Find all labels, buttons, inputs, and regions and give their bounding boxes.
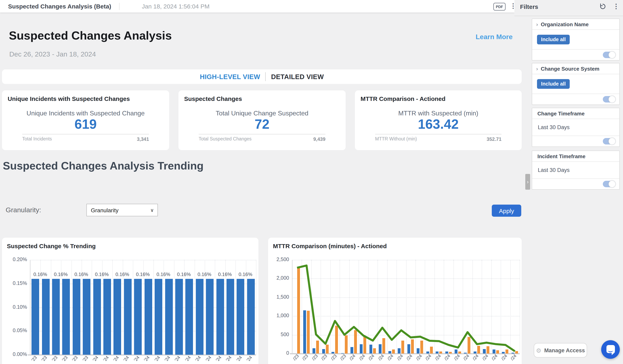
bar-data-label: 0.16% (112, 272, 133, 277)
x-axis-tick-label: /23 (292, 353, 299, 361)
top-bar: Suspected Changes Analysis (Beta) Jan 18… (0, 0, 514, 13)
filter-value-row[interactable]: Last 30 Days (532, 119, 619, 136)
bar-suspected-change-pct (31, 279, 39, 355)
kpi-card-mttr-comparison: MTTR Comparison - Actioned MTTR with Sus… (355, 90, 522, 150)
gear-icon: ⚙ (536, 347, 541, 353)
filter-toggle[interactable] (603, 138, 615, 145)
x-axis-tick-label: '24 (123, 355, 130, 362)
kpi-card-suspected-changes: Suspected Changes Total Unique Change Su… (178, 90, 346, 150)
bar-suspected-change-pct (206, 279, 214, 355)
kpi-card-unique-incidents: Unique Incidents with Suspected Changes … (2, 90, 169, 150)
filters-panel-header: Filters ⋮ (514, 0, 623, 16)
topbar-divider (119, 3, 120, 10)
bar-suspected-change-pct (52, 279, 60, 355)
y-axis-tick-label: 0.00% (6, 351, 27, 357)
x-axis-tick-label: /24 (453, 353, 461, 361)
chevron-down-icon: ∨ (150, 207, 154, 213)
panel-collapse-handle[interactable]: › (525, 174, 530, 190)
x-axis-tick-label: '24 (215, 355, 222, 362)
x-axis-tick-label: /24 (405, 353, 413, 361)
x-axis-tick-label: /24 (500, 353, 508, 361)
granularity-label: Granularity: (6, 206, 41, 214)
x-axis-tick-label: '24 (133, 355, 140, 362)
dashboard-root: Suspected Changes Analysis (Beta) Jan 18… (0, 0, 623, 364)
filter-section-header[interactable]: › Organization Name (532, 19, 619, 30)
x-axis-tick-label: /24 (349, 353, 356, 361)
chart-card-mttr-comparison: MTTR Comparison (minutes) - Actioned 2,5… (268, 238, 522, 364)
view-tabs: HIGH-LEVEL VIEW DETAILED VIEW (2, 69, 522, 84)
bar-suspected-change-pct (114, 279, 121, 355)
filter-card-incident-timeframe: Incident Timeframe Last 30 Days (532, 150, 620, 190)
x-axis-tick-label: '23 (40, 355, 48, 362)
footer-label: Total Suspected Changes (199, 136, 251, 142)
chat-bubble-button[interactable] (601, 340, 620, 359)
bar-suspected-change-pct (144, 279, 152, 355)
filter-card-change-source-system: › Change Source System Include all (532, 63, 620, 105)
bar-suspected-change-pct (165, 279, 173, 355)
filter-toggle[interactable] (603, 52, 615, 58)
bar-suspected-change-pct (247, 279, 255, 355)
y-axis-tick-label: 0 (268, 350, 289, 356)
x-axis-tick-label: '23 (51, 355, 58, 362)
filter-section-header[interactable]: Incident Timeframe (532, 151, 619, 162)
filter-toggle[interactable] (603, 181, 615, 187)
x-axis-tick-label: /24 (491, 353, 498, 361)
x-axis-tick-label: /23 (311, 353, 318, 361)
divider (375, 134, 501, 134)
filters-title: Filters (520, 3, 538, 10)
x-axis-tick-label: '24 (102, 355, 110, 362)
bar-suspected-change-pct (124, 279, 132, 355)
bar-suspected-change-pct (226, 279, 234, 355)
x-axis-tick-label: '23 (30, 355, 38, 362)
section-heading-trending: Suspected Changes Analysis Trending (3, 160, 203, 172)
chat-icon (606, 345, 615, 353)
x-axis-tick-label: /23 (320, 353, 328, 361)
include-all-button[interactable]: Include all (537, 35, 570, 44)
filter-value-row[interactable]: Last 30 Days (532, 162, 619, 179)
x-axis-tick-label: /23 (330, 353, 337, 361)
x-axis-tick-label: '24 (225, 355, 233, 362)
x-axis-tick-label: '24 (163, 355, 171, 362)
reset-filters-icon[interactable] (599, 3, 606, 10)
gridline-vertical (256, 260, 256, 355)
date-range: Dec 26, 2023 - Jan 18, 2024 (9, 50, 96, 59)
export-pdf-icon[interactable]: PDF (493, 3, 506, 10)
bar-data-label: 0.16% (194, 272, 215, 277)
x-axis-tick-label: '23 (61, 355, 68, 362)
bar-suspected-change-pct (62, 279, 70, 355)
bar-data-label: 0.16% (214, 272, 235, 277)
x-axis-tick-label: /24 (472, 353, 479, 361)
metric-value: 72 (199, 117, 325, 131)
x-axis-tick-label: '24 (235, 355, 243, 362)
combo-chart-plot: 2,5002,0001,5001,0005000/23/23/23/23/23/… (292, 260, 520, 354)
gridline-vertical (520, 260, 520, 354)
x-axis-tick-label: /24 (510, 353, 517, 361)
bar-data-label: 0.16% (91, 272, 112, 277)
filter-section-header[interactable]: › Change Source System (532, 63, 619, 74)
tab-detailed-view[interactable]: DETAILED VIEW (271, 73, 324, 81)
apply-button[interactable]: Apply (492, 205, 521, 217)
tab-high-level-view[interactable]: HIGH-LEVEL VIEW (200, 73, 260, 81)
footer-value: 9,439 (313, 136, 325, 142)
learn-more-link[interactable]: Learn More (476, 33, 512, 41)
metric-label: MTTR with Suspected (min) (375, 110, 501, 117)
x-axis-tick-label: '24 (184, 355, 192, 362)
y-axis-tick-label: 500 (268, 332, 289, 337)
tab-separator (266, 72, 266, 81)
bar-suspected-change-pct (103, 279, 111, 355)
y-axis-tick-label: 0.20% (6, 257, 27, 262)
report-timestamp: Jan 18, 2024 1:56:04 PM (142, 3, 210, 10)
x-axis-tick-label: /24 (415, 353, 423, 361)
x-axis-tick-label: /24 (358, 353, 366, 361)
filter-section-header[interactable]: Change Timeframe (532, 108, 619, 119)
include-all-button[interactable]: Include all (537, 79, 570, 89)
x-axis-tick-label: /24 (396, 353, 404, 361)
manage-access-button[interactable]: ⚙ Manage Access (534, 343, 587, 358)
y-axis-tick-label: 0.10% (6, 304, 27, 310)
filters-menu-icon[interactable]: ⋮ (613, 3, 619, 10)
granularity-select[interactable]: Granularity ∨ (87, 204, 158, 216)
filter-toggle[interactable] (603, 96, 615, 103)
x-axis-tick-label: /23 (339, 353, 347, 361)
bar-data-label: 0.16% (30, 272, 51, 277)
x-axis-tick-label: /24 (462, 353, 470, 361)
